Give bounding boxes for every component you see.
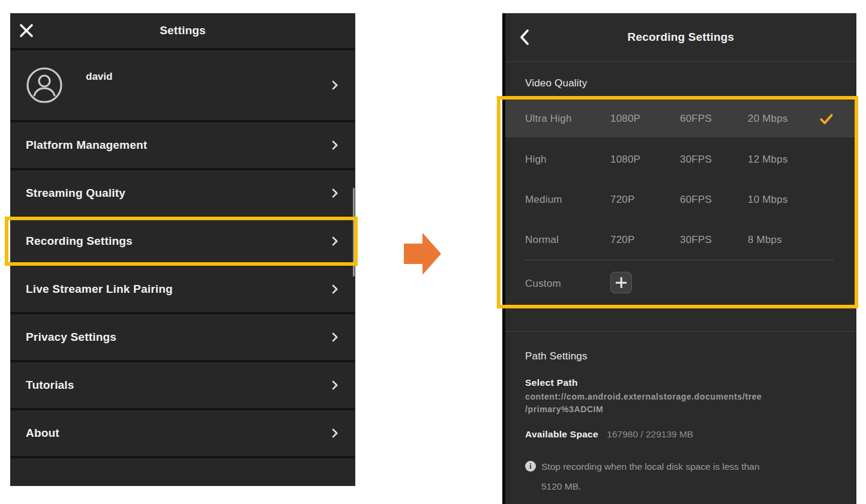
back-chevron-icon — [517, 29, 532, 46]
menu-label: Streaming Quality — [26, 187, 125, 200]
quality-fps: 30FPS — [680, 154, 748, 166]
note-line-1: Stop recording when the local disk space… — [541, 461, 760, 472]
sidebar-item-streaming-quality[interactable]: Streaming Quality — [10, 170, 355, 216]
settings-footer-strip — [10, 458, 355, 486]
quality-fps: 60FPS — [680, 113, 748, 125]
quality-row-ultra-high[interactable]: Ultra High 1080P 60FPS 20 Mbps — [505, 100, 856, 137]
sidebar-item-tutorials[interactable]: Tutorials — [10, 362, 355, 408]
quality-resolution: 1080P — [610, 154, 680, 166]
recording-settings-title: Recording Settings — [505, 31, 856, 44]
quality-row-custom: Custom — [505, 260, 856, 308]
menu-label: Recording Settings — [26, 235, 133, 248]
back-button[interactable] — [505, 13, 544, 61]
sidebar-item-live-streamer-link-pairing[interactable]: Live Streamer Link Pairing — [10, 266, 355, 312]
quality-row-normal[interactable]: Normal 720P 30FPS 8 Mbps — [505, 220, 856, 260]
recording-settings-header: Recording Settings — [505, 13, 856, 62]
quality-fps: 30FPS — [680, 234, 748, 246]
chevron-right-icon — [328, 187, 341, 200]
select-path-label: Select Path — [525, 377, 856, 388]
menu-label: Tutorials — [26, 379, 74, 392]
chevron-right-icon — [328, 331, 341, 344]
close-button[interactable] — [10, 13, 43, 48]
settings-header: Settings — [10, 13, 355, 48]
select-path-row[interactable]: Select Path content://com.android.extern… — [525, 377, 856, 416]
path-line-2: /primary%3ADCIM — [525, 403, 844, 416]
selected-check-icon — [819, 111, 834, 127]
user-account-row[interactable]: david — [10, 50, 355, 120]
sidebar-item-platform-management[interactable]: Platform Management — [10, 122, 355, 168]
video-quality-table: Ultra High 1080P 60FPS 20 Mbps High 1080… — [505, 100, 856, 308]
quality-name: Custom — [525, 278, 610, 290]
available-space-row: Available Space 167980 / 229139 MB — [525, 429, 856, 440]
video-quality-section-label: Video Quality — [525, 77, 856, 91]
settings-panel: Settings david Platform Management — [10, 13, 355, 486]
menu-label: Live Streamer Link Pairing — [26, 283, 173, 296]
quality-bitrate: 20 Mbps — [748, 113, 819, 125]
scrollbar-thumb[interactable] — [353, 188, 355, 277]
quality-bitrate: 12 Mbps — [748, 154, 819, 166]
user-name: david — [86, 71, 112, 83]
quality-bitrate: 10 Mbps — [748, 194, 819, 206]
recording-settings-panel: Recording Settings Video Quality Ultra H… — [502, 13, 856, 504]
disk-space-note: i Stop recording when the local disk spa… — [525, 457, 844, 496]
chevron-right-icon — [328, 235, 341, 248]
chevron-right-icon — [328, 379, 341, 392]
note-line-2: 5120 MB. — [541, 481, 581, 491]
path-line-1: content://com.android.externalstorage.do… — [525, 391, 844, 403]
chevron-right-icon — [328, 79, 341, 92]
quality-name: Normal — [525, 234, 610, 246]
quality-name: High — [525, 154, 610, 166]
quality-row-high[interactable]: High 1080P 30FPS 12 Mbps — [505, 139, 856, 179]
menu-label: About — [26, 427, 59, 440]
quality-resolution: 720P — [610, 234, 680, 246]
sidebar-item-recording-settings[interactable]: Recording Settings — [10, 218, 355, 264]
info-icon: i — [525, 461, 536, 472]
page: Settings david Platform Management — [0, 0, 866, 504]
chevron-right-icon — [328, 427, 341, 440]
quality-row-medium[interactable]: Medium 720P 60FPS 10 Mbps — [505, 179, 856, 220]
add-custom-quality-button[interactable] — [610, 272, 632, 293]
menu-label: Platform Management — [26, 139, 147, 152]
quality-fps: 60FPS — [680, 194, 748, 206]
sidebar-item-privacy-settings[interactable]: Privacy Settings — [10, 314, 355, 360]
sidebar-item-about[interactable]: About — [10, 410, 355, 456]
quality-resolution: 1080P — [610, 113, 680, 125]
quality-resolution: 720P — [610, 194, 680, 206]
available-space-label: Available Space — [525, 429, 598, 439]
available-space-value: 167980 / 229139 MB — [607, 429, 693, 439]
close-icon — [19, 23, 34, 38]
quality-name: Medium — [525, 194, 610, 206]
selected-path-value: content://com.android.externalstorage.do… — [525, 391, 856, 416]
section-divider — [505, 331, 856, 332]
user-avatar-icon — [26, 67, 63, 104]
chevron-right-icon — [328, 283, 341, 296]
chevron-right-icon — [328, 139, 341, 152]
quality-bitrate: 8 Mbps — [748, 234, 819, 246]
settings-title: Settings — [10, 24, 355, 37]
menu-label: Privacy Settings — [26, 331, 116, 344]
path-settings-section-label: Path Settings — [525, 350, 856, 364]
transition-arrow-icon — [403, 232, 442, 277]
quality-name: Ultra High — [525, 113, 610, 125]
